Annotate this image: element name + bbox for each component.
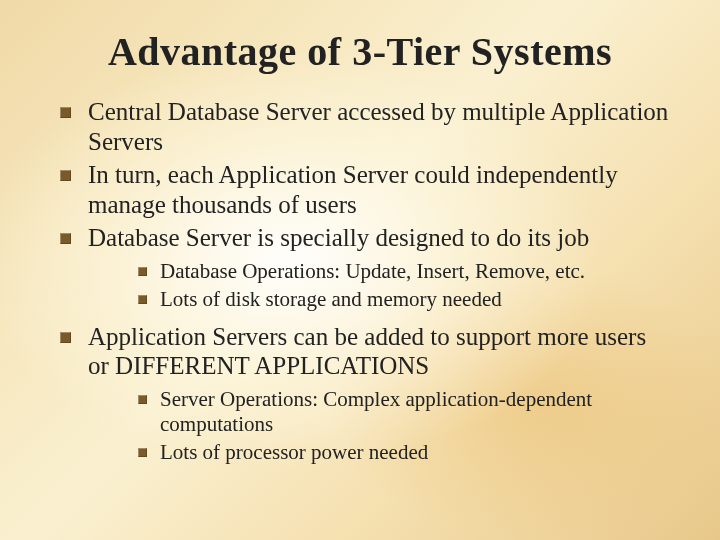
- sub-bullet-text: Database Operations: Update, Insert, Rem…: [160, 259, 585, 283]
- sub-bullet-text: Lots of disk storage and memory needed: [160, 287, 502, 311]
- sub-bullet-text: Server Operations: Complex application-d…: [160, 387, 592, 436]
- bullet-text: Application Servers can be added to supp…: [88, 323, 646, 380]
- sub-bullet-list: Database Operations: Update, Insert, Rem…: [88, 259, 670, 312]
- bullet-item: Central Database Server accessed by mult…: [54, 97, 670, 156]
- sub-bullet-item: Database Operations: Update, Insert, Rem…: [132, 259, 670, 284]
- bullet-list: Central Database Server accessed by mult…: [50, 97, 670, 465]
- sub-bullet-item: Lots of processor power needed: [132, 440, 670, 465]
- bullet-item: In turn, each Application Server could i…: [54, 160, 670, 219]
- bullet-text: Database Server is specially designed to…: [88, 224, 589, 251]
- slide-title: Advantage of 3-Tier Systems: [50, 28, 670, 75]
- bullet-item: Application Servers can be added to supp…: [54, 322, 670, 466]
- slide: Advantage of 3-Tier Systems Central Data…: [0, 0, 720, 540]
- sub-bullet-list: Server Operations: Complex application-d…: [88, 387, 670, 466]
- sub-bullet-item: Lots of disk storage and memory needed: [132, 287, 670, 312]
- bullet-item: Database Server is specially designed to…: [54, 223, 670, 312]
- sub-bullet-text: Lots of processor power needed: [160, 440, 428, 464]
- bullet-text: Central Database Server accessed by mult…: [88, 98, 668, 155]
- sub-bullet-item: Server Operations: Complex application-d…: [132, 387, 670, 437]
- bullet-text: In turn, each Application Server could i…: [88, 161, 618, 218]
